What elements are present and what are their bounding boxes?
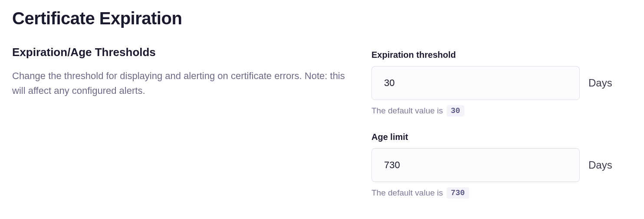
age-unit-label: Days <box>588 159 612 171</box>
expiration-input-row: Days <box>371 66 632 100</box>
age-input-row: Days <box>371 148 632 182</box>
expiration-help-text: The default value is 30 <box>371 105 632 116</box>
expiration-default-badge: 30 <box>447 105 465 116</box>
age-help-text: The default value is 730 <box>371 187 632 199</box>
fields-column: Expiration threshold Days The default va… <box>371 46 632 199</box>
expiration-unit-label: Days <box>588 77 612 89</box>
content-row: Expiration/Age Thresholds Change the thr… <box>12 46 632 199</box>
expiration-threshold-label: Expiration threshold <box>371 50 632 60</box>
page-title: Certificate Expiration <box>12 9 632 28</box>
age-limit-input[interactable] <box>371 148 580 182</box>
section-description: Change the threshold for displaying and … <box>12 69 351 98</box>
age-help-prefix: The default value is <box>371 188 443 198</box>
section-title: Expiration/Age Thresholds <box>12 46 351 59</box>
age-default-badge: 730 <box>447 187 469 199</box>
age-limit-label: Age limit <box>371 132 632 142</box>
expiration-help-prefix: The default value is <box>371 106 443 116</box>
section-info: Expiration/Age Thresholds Change the thr… <box>12 46 351 199</box>
age-limit-field: Age limit Days The default value is 730 <box>371 132 632 199</box>
expiration-threshold-input[interactable] <box>371 66 580 100</box>
expiration-threshold-field: Expiration threshold Days The default va… <box>371 50 632 116</box>
